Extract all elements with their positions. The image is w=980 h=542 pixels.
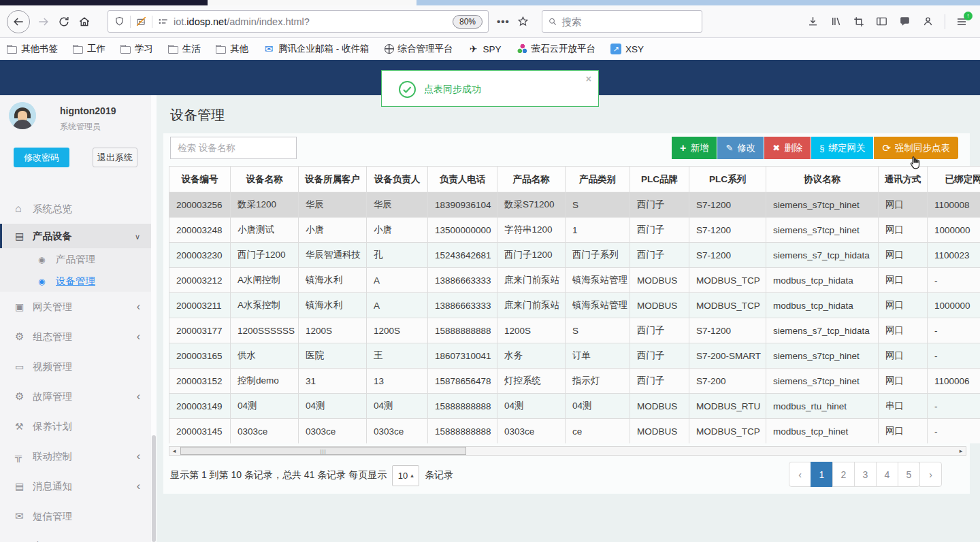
table-row[interactable]: 200003211 A水泵控制 镇海水利 A 13886663333 庶来门前泵…	[169, 293, 980, 318]
action-button[interactable]: 删除	[764, 137, 811, 159]
bookmark-item[interactable]: 学习	[120, 43, 153, 55]
browser-search-box[interactable]	[542, 10, 702, 33]
page-actions-button[interactable]: •••	[497, 16, 510, 27]
app-menu-button[interactable]: ↑	[956, 16, 968, 28]
table-row[interactable]: 200003248 小唐测试 小唐 小唐 13500000000 字符串1200…	[169, 218, 980, 243]
page-button[interactable]: 5	[898, 462, 920, 487]
bookmark-item[interactable]: 工作	[73, 43, 105, 55]
envelope-icon	[15, 510, 33, 522]
page-button[interactable]: 1	[811, 462, 833, 487]
reload-button[interactable]	[57, 15, 71, 29]
bookmark-item[interactable]: 综合管理平台	[385, 43, 453, 55]
column-header[interactable]: 设备名称	[231, 167, 299, 192]
column-header[interactable]: 设备负责人	[367, 167, 428, 192]
column-header[interactable]: PLC品牌	[630, 167, 689, 192]
shield-icon[interactable]	[114, 16, 125, 27]
chevron-icon	[137, 480, 140, 492]
page-button[interactable]: 3	[854, 462, 877, 487]
sidebar-menu-item[interactable]: 短信管理	[0, 501, 151, 531]
monitor-icon	[15, 361, 33, 372]
action-button[interactable]: 绑定网关	[811, 137, 873, 159]
sidebars-button[interactable]	[875, 15, 888, 28]
forward-button[interactable]	[37, 15, 50, 29]
success-toast: 点表同步成功 ×	[381, 70, 599, 107]
bookmark-item[interactable]: XSY	[610, 44, 644, 54]
sidebar-menu-item[interactable]: 消息通知	[0, 471, 151, 501]
column-header[interactable]: 负责人电话	[428, 167, 497, 192]
table-row[interactable]: 200003152 控制demo 31 13 15878656478 灯控系统 …	[169, 369, 980, 394]
library-button[interactable]	[830, 15, 843, 28]
screenshot-button[interactable]	[853, 16, 865, 28]
bookmark-item[interactable]: 其他书签	[7, 43, 58, 55]
bookmark-item[interactable]: 其他	[216, 43, 248, 55]
page-button[interactable]: 2	[832, 462, 855, 487]
downloads-button[interactable]	[806, 15, 819, 28]
scroll-left-arrow[interactable]: ◂	[169, 447, 179, 455]
table-row[interactable]: 200003145 0303ce 0303ce 0303ce 158888888…	[169, 419, 980, 444]
sidebar-scrollbar-thumb[interactable]	[152, 435, 156, 542]
avatar[interactable]	[9, 102, 36, 129]
browser-toolbar: iot.idosp.net/admin/index.html? 80% •••	[0, 5, 980, 38]
column-header[interactable]: 设备编号	[169, 167, 231, 192]
book-icon	[15, 481, 33, 492]
url-bar[interactable]: iot.idosp.net/admin/index.html? 80%	[108, 10, 489, 33]
zoom-level-badge[interactable]: 80%	[453, 15, 483, 29]
product-icon	[15, 231, 33, 241]
table-row[interactable]: 200003256 数采1200 华辰 华辰 18390936104 数采S71…	[169, 192, 980, 218]
sidebar-menu-item[interactable]: 产品管理	[0, 248, 151, 270]
column-header[interactable]: 产品名称	[497, 167, 566, 192]
bookmark-item[interactable]: 生活	[168, 43, 201, 55]
screenshot-crop-icon	[853, 16, 865, 28]
table-row[interactable]: 200003149 04测 04测 04测 15888888888 04测 04…	[169, 394, 980, 419]
change-password-button[interactable]: 修改密码	[14, 148, 69, 167]
account-button[interactable]	[921, 15, 934, 28]
table-row[interactable]: 200003177 1200SSSSSS 1200S 1200S 1588888…	[169, 318, 980, 343]
sidebar-menu-item[interactable]: 系统总览	[0, 194, 151, 224]
pencil-icon	[725, 143, 733, 153]
horizontal-scrollbar[interactable]: ◂ ▸	[169, 446, 966, 456]
column-header[interactable]: 协议名称	[766, 167, 879, 192]
bookmark-item[interactable]: SPY	[468, 44, 502, 54]
column-header[interactable]: PLC系列	[689, 167, 766, 192]
sidebar-menu-item[interactable]: 视频管理	[0, 352, 151, 382]
menu-item-label: 联动控制	[33, 450, 72, 463]
table-row[interactable]: 200003230 西门子1200 华辰智通科技 孔 15243642681 西…	[169, 243, 980, 268]
table-row[interactable]: 200003212 A水闸控制 镇海水利 A 13886663333 庶来门前泵…	[169, 268, 980, 293]
sidebar-menu-item[interactable]: 网关管理	[0, 292, 151, 322]
sidebar-menu-item[interactable]: 故障管理	[0, 382, 151, 411]
sidebar-scrollbar[interactable]	[151, 95, 157, 542]
browser-home-button[interactable]	[78, 15, 91, 29]
column-header[interactable]: 设备所属客户	[299, 167, 367, 192]
url-text[interactable]: iot.idosp.net/admin/index.html?	[174, 16, 448, 27]
logout-button[interactable]: 退出系统	[93, 148, 137, 167]
table-row[interactable]: 200003165 供水 医院 王 18607310041 水务 订单 西门子 …	[169, 343, 980, 369]
toast-close-button[interactable]: ×	[586, 73, 591, 84]
sidebar-menu-item[interactable]: 产品设备	[0, 224, 151, 248]
browser-search-input[interactable]	[561, 16, 696, 27]
sidebar-menu-item[interactable]: 联动控制	[0, 441, 151, 471]
next-page-button[interactable]: ›	[919, 462, 942, 487]
column-header[interactable]: 已绑定网关	[928, 167, 980, 192]
bookmark-star-button[interactable]	[517, 15, 529, 28]
images-blocked-icon[interactable]	[135, 16, 147, 27]
account-icon	[921, 15, 934, 28]
scroll-right-arrow[interactable]: ▸	[956, 447, 966, 455]
star-icon	[517, 15, 529, 28]
sidebar-menu-item[interactable]: 设备管理	[0, 270, 151, 292]
action-button[interactable]: 新增	[672, 137, 717, 159]
device-search-input[interactable]	[170, 137, 297, 159]
bookmark-item[interactable]: 腾讯企业邮箱 - 收件箱	[263, 43, 370, 55]
messages-button[interactable]	[898, 15, 911, 28]
column-header[interactable]: 产品类别	[566, 167, 630, 192]
bookmark-item[interactable]: 萤石云开放平台	[517, 43, 596, 55]
back-button[interactable]	[7, 10, 30, 33]
sidebar-menu-item[interactable]: 保养计划	[0, 411, 151, 441]
scrollbar-thumb[interactable]	[180, 447, 466, 455]
sidebar-menu-item[interactable]: 组态管理	[0, 322, 151, 352]
sidebar-menu-item[interactable]: 大屏管理	[0, 531, 151, 542]
page-button[interactable]: 4	[876, 462, 898, 487]
action-button[interactable]: 修改	[717, 137, 764, 159]
permissions-icon[interactable]	[157, 16, 169, 27]
page-size-select[interactable]: 10	[392, 465, 419, 486]
prev-page-button[interactable]: ‹	[789, 462, 811, 487]
